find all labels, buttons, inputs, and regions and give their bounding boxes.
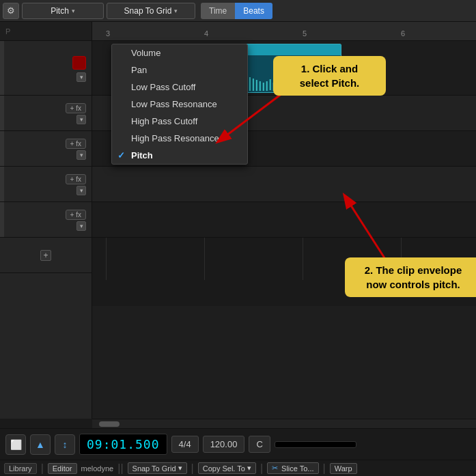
monitor-icon: ⬜: [10, 439, 22, 450]
ruler-mark-5: 5: [303, 29, 307, 38]
svg-rect-38: [270, 79, 271, 90]
bpm-display: 120.00: [203, 436, 245, 453]
dropdown-menu: Volume Pan Low Pass Cutoff Low Pass Reso…: [111, 44, 248, 165]
track-row-4: + fx ▾: [0, 167, 92, 202]
timeline-ruler: 3 4 5 6: [92, 22, 476, 41]
snap-dropdown[interactable]: Snap To Grid ▾: [107, 3, 195, 19]
pitch-dropdown-arrow: ▾: [72, 8, 75, 14]
track-row-1: ▾: [0, 41, 92, 96]
slice-icon: ✂: [272, 464, 278, 473]
content-row-4: [92, 167, 476, 202]
ruler-mark-6: 6: [401, 29, 405, 38]
track-1-down-arrow[interactable]: ▾: [76, 72, 86, 82]
beats-button[interactable]: Beats: [235, 3, 272, 19]
ruler-mark-3: 3: [106, 29, 110, 38]
sep-5: |: [323, 462, 326, 475]
track-row-5: + fx ▾: [0, 202, 92, 238]
track-row-add: +: [0, 238, 92, 273]
warp-status[interactable]: Warp: [330, 463, 357, 474]
sep-4: |: [260, 462, 263, 475]
track-header-label: P: [5, 27, 10, 36]
snap-status-arrow: ▾: [178, 464, 182, 473]
track-header-top: P: [0, 22, 92, 41]
track-row-2: + fx ▾: [0, 96, 92, 131]
slice-to-status[interactable]: ✂ Slice To...: [267, 462, 319, 474]
track-5-fx-btn[interactable]: + fx: [66, 210, 86, 220]
time-button[interactable]: Time: [201, 3, 235, 19]
track-2-down-arrow[interactable]: ▾: [76, 115, 86, 124]
track-4-down-arrow[interactable]: ▾: [76, 186, 86, 195]
callout-1-text: 1. Click andselect Pitch.: [300, 63, 360, 89]
sep-3: |: [191, 462, 194, 475]
editor-tab[interactable]: Editor: [48, 463, 77, 474]
metronome-icon-btn[interactable]: ▲: [30, 434, 51, 455]
main-area: P ▾ + fx ▾ + fx ▾: [0, 22, 476, 419]
library-btn[interactable]: Library: [4, 463, 37, 474]
top-toolbar: ⚙ Pitch ▾ Snap To Grid ▾ Time Beats: [0, 0, 476, 22]
copy-status-label: Copy Sel. To: [203, 464, 245, 473]
monitor-icon-btn[interactable]: ⬜: [5, 434, 26, 455]
scroll-area[interactable]: [92, 419, 476, 428]
track-2-color-bar: [0, 96, 4, 130]
time-beat-group: Time Beats: [201, 3, 272, 19]
gear-button[interactable]: ⚙: [3, 3, 19, 19]
slice-status-label: Slice To...: [281, 464, 314, 473]
track-row-3: + fx ▾: [0, 131, 92, 167]
menu-item-highpass-cutoff[interactable]: High Pass Cutoff: [112, 113, 247, 130]
metronome-icon: ▲: [36, 439, 45, 450]
svg-rect-34: [256, 80, 257, 91]
menu-item-lowpass-cutoff[interactable]: Low Pass Cutoff: [112, 79, 247, 96]
status-bar: Library | Editor melodyne || Snap To Gri…: [0, 460, 476, 476]
snap-status-label: Snap To Grid: [132, 464, 176, 473]
copy-status-arrow: ▾: [247, 464, 251, 473]
svg-rect-32: [249, 77, 251, 91]
snap-to-grid-status[interactable]: Snap To Grid ▾: [128, 462, 187, 474]
svg-rect-36: [263, 83, 264, 91]
track-panel: P ▾ + fx ▾ + fx ▾: [0, 22, 92, 419]
scroll-thumb[interactable]: [99, 421, 120, 427]
menu-item-volume[interactable]: Volume: [112, 44, 247, 61]
pitch-dropdown[interactable]: Pitch ▾: [22, 3, 104, 19]
timeline-area: 3 4 5 6 [S][3] Audio Track: [92, 22, 476, 419]
transport-bar: ⬜ ▲ ↕ 09:01.500 4/4 120.00 C: [0, 428, 476, 460]
menu-item-highpass-resonance[interactable]: High Pass Resonance: [112, 130, 247, 147]
menu-item-pan[interactable]: Pan: [112, 61, 247, 79]
add-track-btn[interactable]: +: [40, 250, 51, 261]
track-4-fx-btn[interactable]: + fx: [66, 174, 86, 184]
track-3-fx-btn[interactable]: + fx: [66, 139, 86, 149]
track-3-color-bar: [0, 131, 4, 166]
transport-extra-input[interactable]: [275, 441, 356, 448]
ruler-mark-4: 4: [204, 29, 208, 38]
time-signature: 4/4: [171, 436, 199, 453]
menu-item-pitch[interactable]: Pitch: [112, 147, 247, 164]
tempo-icon-btn[interactable]: ↕: [55, 434, 75, 455]
track-5-color-bar: [0, 202, 4, 237]
track-5-down-arrow[interactable]: ▾: [76, 221, 86, 231]
track-1-record-btn[interactable]: [72, 56, 86, 70]
warp-status-label: Warp: [335, 464, 352, 473]
callout-2-text: 2. The clip envelopenow controls pitch.: [365, 264, 462, 290]
track-4-color-bar: [0, 167, 4, 201]
svg-rect-33: [253, 79, 254, 91]
track-3-down-arrow[interactable]: ▾: [76, 150, 86, 160]
track-2-fx-btn[interactable]: + fx: [66, 103, 86, 113]
callout-1: 1. Click andselect Pitch.: [273, 56, 386, 96]
melodyne-label: melodyne: [81, 464, 114, 473]
track-1-color-bar: [0, 41, 4, 95]
sep-2: ||: [117, 462, 123, 475]
content-row-5: [92, 202, 476, 238]
pitch-dropdown-label: Pitch: [51, 6, 69, 16]
snap-dropdown-arrow: ▾: [174, 8, 178, 14]
sep-1: |: [41, 462, 44, 475]
copy-sel-status[interactable]: Copy Sel. To ▾: [198, 462, 256, 474]
svg-rect-35: [260, 81, 261, 91]
key-display: C: [249, 436, 270, 453]
callout-2: 2. The clip envelopenow controls pitch.: [345, 257, 476, 297]
svg-rect-37: [266, 81, 268, 91]
time-display: 09:01.500: [79, 434, 167, 455]
tempo-icon: ↕: [63, 439, 68, 450]
snap-dropdown-label: Snap To Grid: [124, 6, 172, 16]
menu-item-lowpass-resonance[interactable]: Low Pass Resonance: [112, 96, 247, 113]
